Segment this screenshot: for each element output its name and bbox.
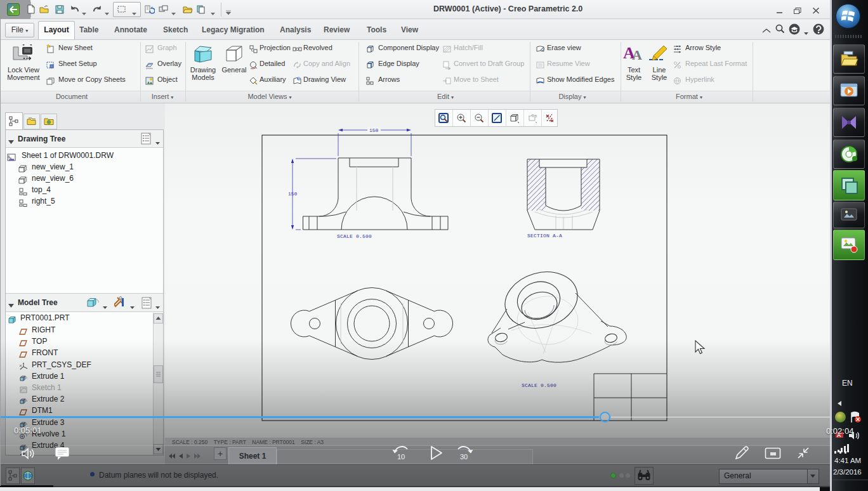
svg-text:150: 150 [369,128,379,133]
svg-text:150: 150 [288,191,298,197]
svg-text:30: 30 [460,453,468,461]
svg-text:A: A [632,47,642,61]
svg-text:SCALE 0.500: SCALE 0.500 [522,383,556,388]
svg-text:SCALE 0.500: SCALE 0.500 [337,233,372,239]
svg-text:SECTION A-A: SECTION A-A [527,233,562,239]
svg-text:10: 10 [397,453,405,461]
